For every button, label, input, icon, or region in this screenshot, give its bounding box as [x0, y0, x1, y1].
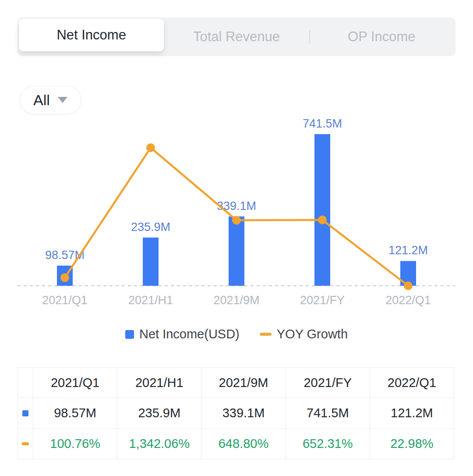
line-marker-2022/Q1[interactable] — [404, 281, 413, 290]
table-cell: 741.5M — [286, 398, 370, 429]
x-axis-label: 2021/H1 — [128, 294, 173, 307]
line-marker-2021/9M[interactable] — [232, 216, 241, 225]
table-header-2022/Q1: 2022/Q1 — [370, 368, 454, 398]
bar-2021/H1[interactable] — [143, 238, 159, 286]
x-axis-label: 2021/9M — [213, 294, 259, 307]
earnings-data-table: 2021/Q12021/H12021/9M2021/FY2022/Q198.57… — [18, 367, 454, 459]
table-cell: 339.1M — [201, 398, 286, 429]
table-cell: 100.76% — [33, 429, 117, 459]
tab-net-income-label: Net Income — [56, 27, 126, 43]
tab-total-revenue-label: Total Revenue — [193, 29, 280, 45]
table-header-2021/FY: 2021/FY — [286, 368, 370, 398]
bar-value-label: 121.2M — [388, 244, 428, 257]
bar-2021/FY[interactable] — [314, 134, 330, 286]
table-corner-cell — [18, 368, 33, 398]
legend-yoy-growth-label: YOY Growth — [277, 327, 348, 341]
table-header-2021/Q1: 2021/Q1 — [33, 368, 117, 398]
table-cell: 22.98% — [370, 429, 454, 459]
x-axis-label: 2022/Q1 — [385, 294, 431, 307]
earnings-chart: 98.57M235.9M339.1M741.5M121.2M2021/Q1202… — [18, 110, 455, 311]
table-row-marker-cell — [18, 429, 33, 459]
table-cell: 652.31% — [286, 429, 370, 459]
chart-legend: Net Income(USD) YOY Growth — [0, 327, 473, 341]
table-header-2021/9M: 2021/9M — [201, 368, 286, 398]
legend-item-yoy-growth[interactable]: YOY Growth — [260, 327, 348, 341]
table-cell: 121.2M — [370, 398, 454, 429]
table-cell: 98.57M — [33, 398, 117, 429]
table-cell: 235.9M — [117, 398, 201, 429]
yoy-growth-series-marker-icon — [22, 442, 29, 445]
tab-op-income[interactable]: OP Income — [309, 19, 454, 55]
period-filter-value: All — [33, 92, 50, 109]
x-axis-label: 2021/FY — [300, 294, 345, 307]
bar-value-label: 235.9M — [131, 220, 170, 234]
tab-total-revenue[interactable]: Total Revenue — [164, 19, 309, 55]
net-income-series-marker-icon — [22, 410, 28, 416]
table-header-2021/H1: 2021/H1 — [117, 368, 201, 398]
line-series-swatch-icon — [260, 333, 272, 336]
page-root: Net Income Total Revenue OP Income All 9… — [0, 0, 473, 476]
legend-item-net-income[interactable]: Net Income(USD) — [125, 327, 240, 341]
tab-divider — [309, 30, 310, 43]
metric-tabbar: Net Income Total Revenue OP Income — [18, 18, 455, 56]
bar-series-swatch-icon — [125, 330, 134, 339]
bar-2021/9M[interactable] — [229, 217, 244, 286]
table-row-marker-cell — [18, 398, 33, 429]
chart-svg: 98.57M235.9M339.1M741.5M121.2M2021/Q1202… — [18, 110, 455, 311]
line-marker-2021/Q1[interactable] — [60, 273, 69, 282]
bar-value-label: 741.5M — [303, 117, 342, 130]
bar-value-label: 339.1M — [217, 199, 256, 213]
tab-net-income[interactable]: Net Income — [19, 19, 164, 51]
line-marker-2021/FY[interactable] — [318, 216, 327, 224]
tab-op-income-label: OP Income — [348, 29, 416, 45]
table-cell: 1,342.06% — [117, 429, 201, 459]
legend-net-income-label: Net Income(USD) — [139, 327, 240, 341]
table-cell: 648.80% — [201, 429, 286, 459]
line-marker-2021/H1[interactable] — [146, 143, 155, 152]
chevron-down-icon — [58, 97, 67, 103]
x-axis-label: 2021/Q1 — [42, 294, 88, 307]
